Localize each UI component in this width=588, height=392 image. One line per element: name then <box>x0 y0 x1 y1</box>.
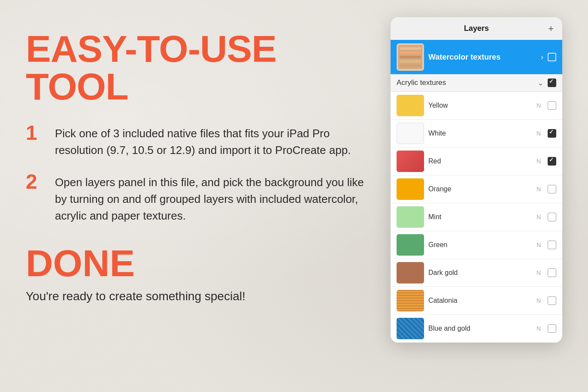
layer-label: Mint <box>428 213 532 221</box>
step-2-number: 2 <box>26 172 47 192</box>
layer-thumb <box>397 151 424 172</box>
layer-label: Blue and gold <box>428 325 532 332</box>
step-2-text: Open layers panel in this file, and pick… <box>55 172 373 224</box>
step-1: 1 Pick one of 3 included native files th… <box>26 123 373 159</box>
layer-label: Yellow <box>428 102 532 109</box>
layer-checkbox[interactable] <box>548 268 556 277</box>
layer-item[interactable]: RedN <box>391 148 562 175</box>
step-1-number: 1 <box>26 123 47 143</box>
layer-blend-mode: N <box>536 214 541 220</box>
layer-label: White <box>428 130 532 137</box>
layer-checkbox[interactable] <box>548 324 556 333</box>
watercolor-group-row[interactable]: Watercolor textures › <box>391 40 562 74</box>
layer-checkbox[interactable] <box>548 185 556 193</box>
layer-item[interactable]: CataloniaN <box>391 287 562 315</box>
layer-label: Dark gold <box>428 269 532 277</box>
layer-label: Red <box>428 157 532 165</box>
layer-blend-mode: N <box>536 325 541 332</box>
layer-thumb <box>397 262 424 283</box>
layer-blend-mode: N <box>536 186 541 193</box>
main-title: EASY-TO-USE TOOL <box>26 30 373 106</box>
layer-item[interactable]: OrangeN <box>391 175 562 203</box>
steps-list: 1 Pick one of 3 included native files th… <box>26 123 373 224</box>
layer-blend-mode: N <box>536 130 541 137</box>
watercolor-group-thumb <box>397 43 424 71</box>
layers-panel: Layers + Watercolor textures › <box>391 17 562 343</box>
layer-blend-mode: N <box>536 158 541 165</box>
layer-checkbox[interactable] <box>548 241 556 249</box>
layer-blend-mode: N <box>536 241 541 248</box>
layers-panel-title: Layers <box>464 24 489 33</box>
acrylic-group-row[interactable]: Acrylic textures ⌄ <box>391 74 562 92</box>
done-title: DONE <box>26 241 373 285</box>
step-2: 2 Open layers panel in this file, and pi… <box>26 172 373 224</box>
layer-label: Orange <box>428 185 532 193</box>
page-layout: EASY-TO-USE TOOL 1 Pick one of 3 include… <box>0 0 588 392</box>
layer-item[interactable]: WhiteN <box>391 120 562 148</box>
right-panel: Layers + Watercolor textures › <box>391 17 562 343</box>
layer-thumb <box>397 178 424 200</box>
done-subtitle: You're ready to create something special… <box>26 289 373 303</box>
layer-blend-mode: N <box>536 269 541 276</box>
layer-item[interactable]: Dark goldN <box>391 259 562 287</box>
layer-thumb <box>397 234 424 256</box>
chevron-down-icon: ⌄ <box>538 79 543 87</box>
watercolor-group-label: Watercolor textures <box>428 53 536 62</box>
layer-thumb <box>397 290 424 311</box>
layer-thumb <box>397 95 424 116</box>
acrylic-group-checkbox[interactable] <box>548 78 556 87</box>
layers-header: Layers + <box>391 17 562 40</box>
left-content: EASY-TO-USE TOOL 1 Pick one of 3 include… <box>26 17 391 303</box>
layer-item[interactable]: MintN <box>391 203 562 231</box>
layer-thumb <box>397 318 424 339</box>
layer-blend-mode: N <box>536 297 541 304</box>
acrylic-group-label: Acrylic textures <box>397 78 533 87</box>
layer-item[interactable]: YellowN <box>391 92 562 120</box>
watercolor-group-checkbox[interactable] <box>548 53 556 61</box>
layer-label: Catalonia <box>428 297 532 305</box>
layer-checkbox[interactable] <box>548 101 556 110</box>
layer-items-list: YellowNWhiteNRedNOrangeNMintNGreenNDark … <box>391 92 562 343</box>
step-1-text: Pick one of 3 included native files that… <box>55 123 373 159</box>
layer-thumb <box>397 206 424 228</box>
layer-checkbox[interactable] <box>548 213 556 221</box>
layer-item[interactable]: Blue and goldN <box>391 315 562 343</box>
layer-thumb <box>397 123 424 144</box>
layer-blend-mode: N <box>536 102 541 109</box>
add-layer-button[interactable]: + <box>548 23 554 34</box>
layer-label: Green <box>428 241 532 249</box>
layer-item[interactable]: GreenN <box>391 231 562 259</box>
layer-checkbox[interactable] <box>548 129 556 138</box>
layer-checkbox[interactable] <box>548 296 556 305</box>
chevron-right-icon: › <box>541 53 543 62</box>
layer-checkbox[interactable] <box>548 157 556 166</box>
